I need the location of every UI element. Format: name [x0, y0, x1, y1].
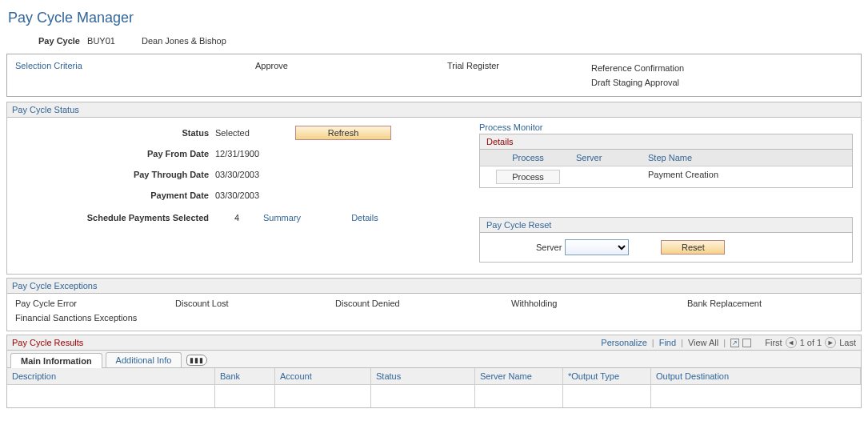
link-process-monitor[interactable]: Process Monitor	[479, 122, 542, 132]
cell-description	[7, 385, 215, 407]
value-status: Selected	[215, 128, 295, 138]
link-withholding: Withholding	[511, 299, 557, 308]
counter: 1 of 1	[800, 338, 822, 347]
refresh-button[interactable]: Refresh	[295, 126, 391, 140]
link-personalize[interactable]: Personalize	[601, 338, 646, 347]
tab-additional-info[interactable]: Additional Info	[106, 352, 182, 367]
label-pay-from: Pay From Date	[15, 149, 215, 158]
cell-output-type	[563, 385, 651, 407]
value-schedule-payments: 4	[215, 213, 263, 223]
tab-main-information[interactable]: Main Information	[10, 353, 102, 368]
link-selection-criteria[interactable]: Selection Criteria	[15, 61, 82, 70]
link-find[interactable]: Find	[659, 338, 676, 347]
col-process: Process	[480, 153, 576, 162]
link-details[interactable]: Details	[351, 213, 378, 223]
process-button[interactable]: Process	[496, 170, 560, 184]
label-schedule-payments: Schedule Payments Selected	[15, 213, 215, 223]
col-server: Server	[576, 153, 648, 162]
paycycle-name: Dean Jones & Bishop	[142, 36, 226, 46]
process-details-box: Details Process Server Step Name Process…	[479, 134, 853, 188]
link-discount-lost: Discount Lost	[175, 299, 229, 308]
text-trial-register: Trial Register	[447, 61, 499, 70]
paycycle-header: Pay Cycle BUY01 Dean Jones & Bishop	[38, 36, 862, 46]
text-reference-confirmation: Reference Confirmation	[591, 61, 831, 75]
col-output-type[interactable]: *Output Type	[563, 368, 651, 385]
prev-arrow-icon[interactable]: ◄	[786, 337, 797, 348]
label-last[interactable]: Last	[839, 338, 856, 347]
paycycle-reset-title: Pay Cycle Reset	[480, 218, 852, 233]
label-payment-date: Payment Date	[15, 190, 215, 200]
cell-status	[371, 385, 475, 407]
value-pay-through: 03/30/2003	[215, 170, 295, 179]
col-account[interactable]: Account	[275, 368, 371, 385]
col-server-name[interactable]: Server Name	[475, 368, 563, 385]
cell-account	[275, 385, 371, 407]
paycycle-label: Pay Cycle	[38, 36, 80, 46]
label-reset-server: Server	[536, 243, 562, 252]
cell-server-name	[475, 385, 563, 407]
expand-tabs-icon[interactable]: ▮▮▮	[186, 355, 207, 366]
label-first[interactable]: First	[765, 338, 782, 347]
page-title: Pay Cycle Manager	[8, 10, 862, 26]
paycycle-status-group: Pay Cycle Status Status Selected Refresh…	[6, 102, 862, 275]
process-row-server	[576, 170, 648, 184]
link-paycycle-error: Pay Cycle Error	[15, 299, 77, 308]
paycycle-exceptions-title: Pay Cycle Exceptions	[7, 279, 861, 294]
link-financial-sanctions: Financial Sanctions Exceptions	[15, 313, 137, 323]
process-details-title: Details	[480, 134, 852, 150]
paycycle-status-title: Pay Cycle Status	[7, 102, 861, 118]
cell-output-destination	[651, 385, 861, 407]
reset-button[interactable]: Reset	[661, 240, 725, 255]
paycycle-id: BUY01	[87, 36, 115, 46]
label-status: Status	[15, 128, 215, 138]
col-output-destination[interactable]: Output Destination	[651, 368, 861, 385]
col-description[interactable]: Description	[7, 368, 215, 385]
col-step-name: Step Name	[648, 153, 852, 162]
paycycle-results-group: Pay Cycle Results Personalize | Find | V…	[6, 335, 862, 408]
value-pay-from: 12/31/1900	[215, 149, 295, 158]
col-bank[interactable]: Bank	[215, 368, 275, 385]
paycycle-exceptions-group: Pay Cycle Exceptions Pay Cycle Error Dis…	[6, 278, 862, 331]
process-row-step: Payment Creation	[648, 170, 852, 184]
zoom-icon[interactable]: ↗	[730, 339, 739, 347]
grid-icon[interactable]	[742, 339, 751, 347]
label-pay-through: Pay Through Date	[15, 170, 215, 179]
paycycle-results-title: Pay Cycle Results	[12, 338, 601, 347]
cell-bank	[215, 385, 275, 407]
text-draft-staging-approval: Draft Staging Approval	[591, 75, 831, 90]
paycycle-reset-box: Pay Cycle Reset Server Reset	[479, 217, 853, 263]
text-approve: Approve	[255, 61, 288, 70]
link-view-all[interactable]: View All	[688, 338, 718, 347]
table-row	[7, 385, 861, 407]
link-discount-denied: Discount Denied	[335, 299, 400, 308]
link-bank-replacement: Bank Replacement	[687, 299, 762, 308]
next-arrow-icon[interactable]: ►	[825, 337, 836, 348]
link-summary[interactable]: Summary	[263, 213, 301, 223]
selection-criteria-box: Selection Criteria Approve Trial Registe…	[6, 54, 862, 97]
value-payment-date: 03/30/2003	[215, 190, 295, 200]
col-status[interactable]: Status	[371, 368, 475, 385]
select-reset-server[interactable]	[565, 239, 629, 255]
